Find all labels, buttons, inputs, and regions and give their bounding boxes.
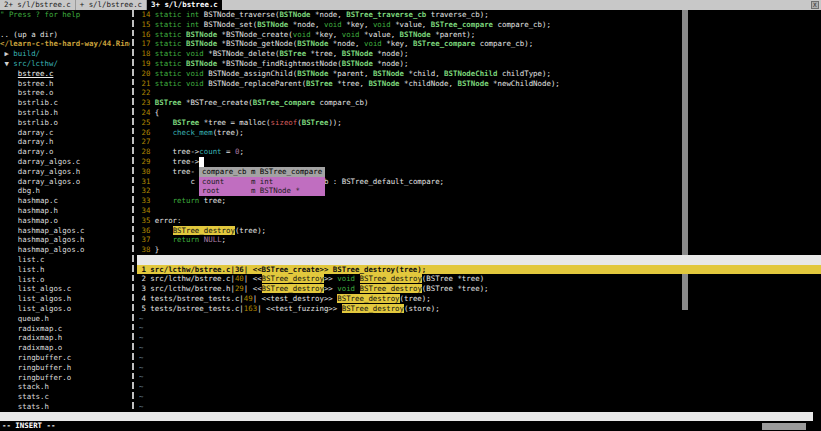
sidebar-row[interactable]: darray.o bbox=[0, 147, 130, 157]
empty-line-tilde: ~ bbox=[139, 333, 239, 343]
code-line[interactable]: 24 { bbox=[137, 108, 821, 118]
completion-item[interactable]: compare_cb m BSTree_compare bbox=[199, 167, 325, 177]
code-line[interactable]: 15 static int BSTNode_set(BSTNode *node,… bbox=[137, 20, 821, 30]
completion-popup: compare_cb m BSTree_comparecount m intro… bbox=[199, 167, 325, 196]
sidebar-row[interactable]: bstrlib.o bbox=[0, 118, 130, 128]
sidebar-row[interactable]: darray_algos.c bbox=[0, 157, 130, 167]
sidebar-row[interactable]: darray.h bbox=[0, 137, 130, 147]
sidebar-row[interactable]: ringbuffer.h bbox=[0, 363, 130, 373]
code-line[interactable]: 33 return tree; bbox=[137, 196, 821, 206]
vim-terminal: 2+ s/l/bstree.c+ s/l/bstree.c3+ s/l/bstr… bbox=[0, 0, 821, 431]
code-line[interactable]: 19 static BSTNode *BSTNode_findRightmost… bbox=[137, 59, 821, 69]
sidebar-row[interactable]: list_algos.h bbox=[0, 294, 130, 304]
sidebar-row[interactable]: list_algos.c bbox=[0, 284, 130, 294]
window-split-separator bbox=[132, 10, 134, 412]
sidebar-row[interactable]: list.c bbox=[0, 255, 130, 265]
empty-line-tilde: ~ bbox=[139, 314, 239, 324]
code-line[interactable]: 28 tree->count = 0; bbox=[137, 147, 821, 157]
sidebar-row[interactable]: ▼ src/lcthw/ bbox=[0, 59, 130, 69]
sidebar-row[interactable]: list.o bbox=[0, 275, 130, 285]
sidebar-row[interactable]: list_algos.o bbox=[0, 304, 130, 314]
sidebar-row[interactable]: stack.h bbox=[0, 382, 130, 392]
code-line[interactable]: 14 static int BSTNode_traverse(BSTNode *… bbox=[137, 10, 821, 20]
sidebar-row[interactable]: stats.h bbox=[0, 402, 130, 412]
sidebar-row[interactable]: darray.c bbox=[0, 128, 130, 138]
sidebar-row[interactable]: ringbuffer.o bbox=[0, 373, 130, 383]
sidebar-row[interactable]: hashmap_algos.h bbox=[0, 235, 130, 245]
tab-3[interactable]: 3+ s/l/bstree.c bbox=[147, 0, 222, 10]
close-icon[interactable]: X bbox=[811, 1, 820, 10]
sidebar-row[interactable]: bstrlib.h bbox=[0, 108, 130, 118]
quickfix-row[interactable]: 1 src/lcthw/bstree.c|36| <<BSTree_create… bbox=[137, 265, 821, 275]
sidebar-row[interactable]: bstrlib.c bbox=[0, 98, 130, 108]
sidebar-row[interactable]: .. (up a dir) bbox=[0, 30, 130, 40]
code-line[interactable]: 37 return NULL; bbox=[137, 235, 821, 245]
tab-1[interactable]: 2+ s/l/bstree.c bbox=[0, 0, 76, 10]
sidebar-row[interactable]: stats.c bbox=[0, 392, 130, 402]
sidebar-row[interactable]: ▶ build/ bbox=[0, 49, 130, 59]
sidebar-row[interactable]: ringbuffer.c bbox=[0, 353, 130, 363]
empty-line-tilde: ~ bbox=[139, 382, 239, 392]
sidebar-row[interactable]: bstree.c bbox=[0, 69, 130, 79]
empty-line-tilde: ~ bbox=[139, 353, 239, 363]
tabline: 2+ s/l/bstree.c+ s/l/bstree.c3+ s/l/bstr… bbox=[0, 0, 821, 10]
code-line[interactable]: 35 error: bbox=[137, 216, 821, 226]
sidebar-row[interactable]: hashmap_algos.c bbox=[0, 226, 130, 236]
code-line[interactable]: 17 static BSTNode *BSTNode_getNode(BSTNo… bbox=[137, 39, 821, 49]
mode-indicator: -- INSERT -- bbox=[2, 421, 55, 431]
scrollbar-thumb-upper[interactable] bbox=[682, 10, 688, 255]
code-line[interactable]: 20 static void BSTNode_assignChild(BSTNo… bbox=[137, 69, 821, 79]
code-line[interactable]: 18 static void *BSTNode_delete(BSTree *t… bbox=[137, 49, 821, 59]
code-line[interactable]: 25 BSTree *tree = malloc(sizeof(BSTree))… bbox=[137, 118, 821, 128]
empty-line-tilde: ~ bbox=[139, 323, 239, 333]
quickfix-row[interactable]: 3 src/lcthw/bstree.h|29| <<BSTree_destro… bbox=[137, 284, 821, 294]
sidebar-row[interactable]: list.h bbox=[0, 265, 130, 275]
sidebar-row[interactable]: dbg.h bbox=[0, 186, 130, 196]
sidebar-row[interactable]: darray_algos.h bbox=[0, 167, 130, 177]
quickfix-row[interactable]: 4 tests/bstree_tests.c|49| <<test_destro… bbox=[137, 294, 821, 304]
code-line[interactable]: 23 BSTree *BSTree_create(BSTree_compare … bbox=[137, 98, 821, 108]
tab-2[interactable]: + s/l/bstree.c bbox=[76, 0, 147, 10]
code-line[interactable]: 26 check_mem(tree); bbox=[137, 128, 821, 138]
statusline-quickfix: <rd-way/44.RingBuffer/liblcthw[Quickfix … bbox=[0, 412, 813, 422]
code-line[interactable]: 21 static void BSTNode_replaceParent(BST… bbox=[137, 79, 821, 89]
sidebar-row: " Press ? for help bbox=[0, 10, 130, 20]
empty-line-tilde: ~ bbox=[139, 343, 239, 353]
completion-item[interactable]: root m BSTNode * bbox=[199, 186, 325, 196]
code-line[interactable]: 34 bbox=[137, 206, 821, 216]
empty-line-tilde: ~ bbox=[139, 372, 239, 382]
text-cursor bbox=[199, 157, 203, 167]
sidebar-row[interactable]: hashmap.o bbox=[0, 216, 130, 226]
empty-line-tilde: ~ bbox=[139, 363, 239, 373]
code-line[interactable]: 36 BSTree_destroy(tree); bbox=[137, 226, 821, 236]
sidebar-row[interactable]: radixmap.h bbox=[0, 333, 130, 343]
completion-item[interactable]: count m int bbox=[199, 177, 325, 187]
quickfix-row[interactable]: 2 src/lcthw/bstree.c|40| <<BSTree_destro… bbox=[137, 274, 821, 284]
quickfix-row[interactable]: 5 tests/bstree_tests.c|163| <<test_fuzzi… bbox=[137, 304, 821, 314]
code-line[interactable]: 16 static BSTNode *BSTNode_create(void *… bbox=[137, 30, 821, 40]
sidebar-row[interactable]: darray_algos.o bbox=[0, 177, 130, 187]
sidebar-row[interactable]: hashmap.c bbox=[0, 196, 130, 206]
sidebar-row[interactable]: bstree.h bbox=[0, 79, 130, 89]
sidebar-row[interactable]: </learn-c-the-hard-way/44.Ring bbox=[0, 39, 130, 49]
code-line[interactable]: 22 bbox=[137, 88, 821, 98]
code-line[interactable]: 27 bbox=[137, 137, 821, 147]
sidebar-row[interactable]: queue.h bbox=[0, 314, 130, 324]
sidebar-row[interactable]: hashmap.h bbox=[0, 206, 130, 216]
mouse-cursor-block bbox=[762, 423, 806, 430]
sidebar-row bbox=[0, 20, 130, 30]
code-line[interactable]: 38 } bbox=[137, 245, 821, 255]
code-line[interactable]: 29 tree-> bbox=[137, 157, 821, 167]
statusline-editor: <ffer/liblcthw/src/lcthw/bstree.c[+]CWD:… bbox=[137, 255, 821, 265]
empty-line-tilde: ~ bbox=[139, 402, 239, 412]
sidebar-row[interactable]: bstree.o bbox=[0, 88, 130, 98]
sidebar-row[interactable]: radixmap.c bbox=[0, 324, 130, 334]
sidebar-row[interactable]: hashmap_algos.o bbox=[0, 245, 130, 255]
empty-line-tilde: ~ bbox=[139, 392, 239, 402]
sidebar-row[interactable]: radixmap.o bbox=[0, 343, 130, 353]
